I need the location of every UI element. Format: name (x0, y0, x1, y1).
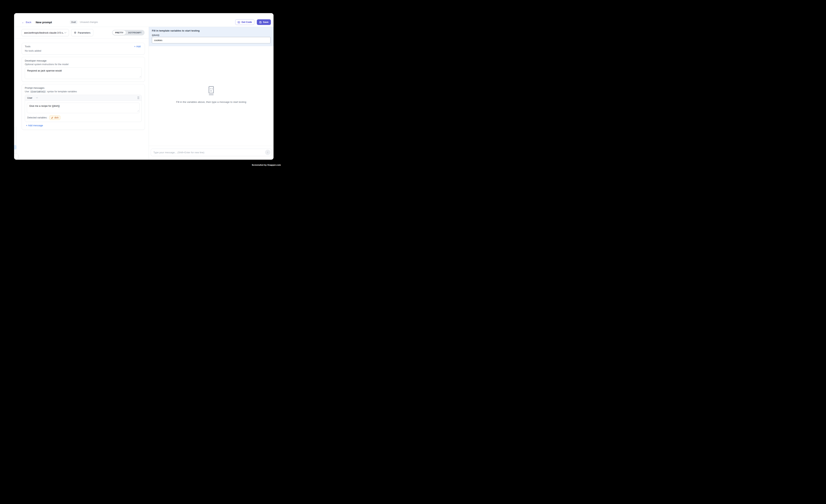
plus-icon: + (134, 45, 135, 48)
chat-input-container: ↑ (151, 148, 272, 156)
up-arrow-icon: ↑ (267, 151, 269, 154)
add-message-button[interactable]: + Add message (25, 124, 44, 127)
terminal-icon (238, 21, 240, 23)
send-button[interactable]: ↑ (265, 150, 270, 155)
chevron-down-icon (64, 32, 66, 34)
model-selector-value: aws/anthropic/bedrock-claude-3-5-s... (24, 32, 64, 34)
subtitle-prefix: Use (25, 90, 29, 93)
developer-message-title: Developer message (25, 59, 142, 62)
unsaved-changes-text: Unsaved changes (80, 21, 98, 23)
detected-variables-row: Detected variables: dish (25, 115, 141, 122)
developer-message-input[interactable]: Respond as jack sparrow would (25, 67, 142, 79)
format-toggle: PRETTY DOTPROMPT (112, 30, 144, 36)
watermark-text: Screenshot by Xnapper.com (252, 164, 281, 166)
model-selector[interactable]: aws/anthropic/bedrock-claude-3-5-s... (21, 29, 69, 36)
add-message-label: Add message (28, 124, 43, 127)
message-content-input[interactable]: Give me a recipe for {{dish}} (27, 103, 140, 113)
side-panel-peek (14, 154, 18, 160)
desktop-background: ← Back New prompt Draft Unsaved changes … (0, 0, 289, 176)
chevron-down-icon (36, 97, 38, 98)
status-badge: Draft (70, 20, 77, 24)
message-input[interactable] (151, 149, 272, 156)
add-tool-label: Add (136, 45, 140, 48)
gear-icon: ⚙ (74, 32, 76, 34)
variable-chip-dish[interactable]: dish (49, 115, 60, 120)
prompt-editor-pane: aws/anthropic/bedrock-claude-3-5-s... ⚙ … (14, 27, 149, 160)
variable-field-label: {{dish}} (152, 34, 271, 36)
pencil-icon (51, 117, 53, 119)
test-pane: Fill in template variables to start test… (149, 27, 274, 160)
toggle-dotprompt[interactable]: DOTPROMPT (126, 30, 144, 35)
toggle-pretty[interactable]: PRETTY (113, 30, 126, 35)
add-tool-button[interactable]: + Add (133, 45, 142, 48)
prompt-messages-subtitle: Use {{variable}} syntax for template var… (25, 90, 142, 93)
back-button[interactable]: ← Back (21, 21, 32, 24)
get-code-label: Get Code (241, 21, 252, 23)
message-header: User (25, 95, 141, 101)
parameters-button[interactable]: ⚙ Parameters (71, 29, 93, 36)
message-block: User G (25, 95, 142, 122)
save-icon (259, 21, 262, 23)
header: ← Back New prompt Draft Unsaved changes … (14, 13, 274, 27)
app-window: ← Back New prompt Draft Unsaved changes … (14, 13, 274, 160)
plus-icon: + (26, 124, 27, 127)
prompt-messages-card: Prompt messages Use {{variable}} syntax … (21, 84, 145, 130)
variable-dish-input[interactable] (152, 37, 271, 43)
drag-handle-icon[interactable] (137, 96, 139, 99)
chat-area: Fill in the variables above, then type a… (149, 46, 274, 146)
template-variables-section: Fill in template variables to start test… (149, 27, 274, 46)
prompt-messages-title: Prompt messages (25, 86, 142, 89)
model-toolbar: aws/anthropic/bedrock-claude-3-5-s... ⚙ … (14, 27, 149, 39)
message-role-selector[interactable]: User (27, 97, 38, 99)
subtitle-suffix: syntax for template variables (47, 90, 77, 93)
tools-title: Tools (25, 45, 31, 48)
variable-syntax-chip: {{variable}} (30, 90, 46, 93)
get-code-button[interactable]: Get Code (235, 19, 254, 25)
tools-card: Tools + Add No tools added (21, 43, 145, 55)
empty-state: Fill in the variables above, then type a… (176, 86, 246, 104)
side-panel-highlight (14, 145, 16, 149)
save-label: Save (263, 21, 269, 23)
empty-state-text: Fill in the variables above, then type a… (176, 101, 246, 104)
message-role-value: User (27, 97, 32, 99)
header-actions: Get Code Save (235, 19, 271, 25)
tools-empty-text: No tools added (25, 49, 142, 52)
robot-icon (207, 86, 216, 96)
developer-message-subtitle: Optional system instructions for the mod… (25, 63, 142, 66)
developer-message-card: Developer message Optional system instru… (21, 57, 145, 82)
chat-input-bar: ↑ (149, 146, 274, 160)
variable-chip-label: dish (54, 116, 59, 119)
page-title: New prompt (36, 21, 52, 24)
back-arrow-icon: ← (21, 21, 24, 24)
detected-variables-label: Detected variables: (27, 116, 47, 119)
parameters-label: Parameters (78, 32, 91, 34)
back-label: Back (26, 21, 32, 24)
variables-heading: Fill in template variables to start test… (152, 29, 271, 32)
save-button[interactable]: Save (257, 19, 271, 25)
